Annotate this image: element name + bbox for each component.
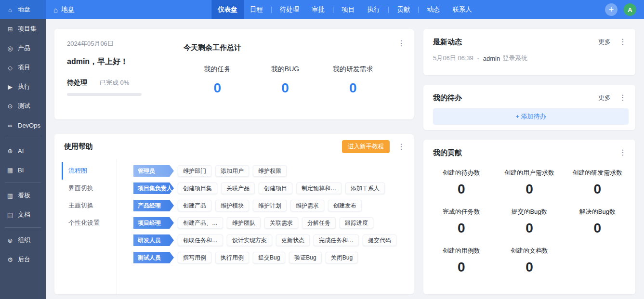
flow-step: 关联需求	[264, 217, 298, 229]
tab-calendar[interactable]: 日程	[244, 0, 269, 19]
flow-step: 跟踪进度	[340, 217, 373, 229]
tab-dynamic[interactable]: 动态	[421, 0, 446, 19]
product-icon: ◎	[6, 45, 14, 52]
flow-step: 关闭Bug	[326, 252, 358, 263]
avatar[interactable]: A	[624, 3, 636, 16]
stat-label: 创建的研发需求数	[564, 169, 631, 177]
contrib-stat-tasks-done: 完成的任务数 0	[427, 203, 495, 242]
left-column: ⋮ 2024年05月06日 admin，早上好！ 待处理 已完成 0%	[54, 29, 414, 294]
contrib-stat-user-stories: 创建的用户需求数 0	[495, 164, 563, 203]
flow-row-product-manager: 产品经理 创建产品 维护模块 维护计划 维护需求 创建发布	[133, 200, 409, 211]
execution-icon: ▶	[6, 83, 14, 91]
help-tab-personalize[interactable]: 个性化设置	[62, 214, 117, 232]
sidebar-item-ai[interactable]: ⊕ AI	[0, 141, 46, 160]
stat-value: 0	[564, 182, 631, 197]
kebab-menu-icon[interactable]: ⋮	[395, 39, 407, 48]
stat-my-stories: 我的研发需求 0	[319, 65, 387, 96]
flow-row-project-manager: 项目经理 创建产品、执行 维护团队 关联需求 分解任务 跟踪进度	[133, 217, 409, 229]
contribution-card: 我的贡献 ⋮ 创建的待办数 0 创建的用户需求数 0 创建的研	[423, 140, 635, 294]
org-icon: ⊚	[6, 237, 14, 244]
tab-pending[interactable]: 待处理	[274, 0, 306, 19]
sidebar-item-label: 文档	[18, 210, 30, 219]
greeting-card: ⋮ 2024年05月06日 admin，早上好！ 待处理 已完成 0%	[54, 29, 414, 119]
sidebar-item-label: 组织	[18, 236, 30, 245]
sidebar-item-project[interactable]: ◇ 项目	[0, 58, 46, 77]
tab-approval[interactable]: 审批	[305, 0, 331, 19]
tab-contacts[interactable]: 联系人	[446, 0, 478, 19]
sidebar-item-doc[interactable]: ▤ 文档	[0, 205, 46, 224]
sidebar-item-dashboard[interactable]: ⌂ 地盘	[0, 0, 46, 19]
help-tab-theme-switch[interactable]: 主题切换	[62, 197, 117, 214]
latest-news-card: 最新动态 更多 ⋮ 5月06日 06:39 • admin 登录系统	[423, 29, 635, 75]
contribution-grid: 创建的待办数 0 创建的用户需求数 0 创建的研发需求数 0 完成的任务数	[423, 163, 635, 285]
kebab-menu-icon[interactable]: ⋮	[395, 142, 407, 152]
news-action: 登录系统	[502, 54, 527, 63]
sidebar-item-execution[interactable]: ▶ 执行	[0, 77, 46, 96]
sidebar-item-test[interactable]: ⊙ 测试	[0, 96, 46, 116]
help-tab-flowchart[interactable]: 流程图	[62, 162, 117, 180]
flow-row-admin: 管理员 维护部门 添加用户 维护权限	[133, 165, 409, 177]
tutorial-button[interactable]: 进入新手教程	[342, 140, 390, 153]
stat-label: 解决的Bug数	[564, 208, 631, 216]
flow-step: 创建项目	[259, 182, 292, 194]
flow-step: 维护需求	[290, 200, 324, 211]
tab-dashboard[interactable]: 仪表盘	[211, 0, 244, 19]
summary-stats: 我的任务 0 我的BUG 0 我的研发需求 0	[184, 65, 387, 96]
test-icon: ⊙	[6, 103, 14, 110]
help-tab-ui-switch[interactable]: 界面切换	[62, 180, 117, 197]
gear-icon: ⚙	[6, 256, 14, 263]
kebab-menu-icon[interactable]: ⋮	[617, 93, 629, 103]
sidebar-item-label: DevOps	[18, 122, 40, 129]
sidebar-item-program[interactable]: ⊞ 项目集	[0, 19, 46, 39]
more-link[interactable]: 更多	[598, 38, 611, 46]
role-banner: 研发人员	[133, 234, 174, 246]
app-window: ⌂ 地盘 ⊞ 项目集 ◎ 产品 ◇ 项目 ▶ 执行 ⊙ 测试 ∞ DevOps …	[0, 0, 644, 299]
flow-step: 添加用户	[215, 165, 249, 177]
add-todo-button[interactable]: + 添加待办	[433, 108, 629, 125]
stat-value[interactable]: 0	[319, 80, 387, 96]
sidebar-item-product[interactable]: ◎ 产品	[0, 39, 46, 58]
plus-icon: +	[609, 5, 614, 15]
tab-divider	[418, 7, 419, 13]
stat-label: 创建的待办数	[427, 169, 495, 177]
flow-step: 创建项目集	[178, 182, 217, 194]
flow-step: 领取任务和Bug	[178, 234, 223, 246]
flow-step: 维护计划	[253, 200, 287, 211]
tab-project[interactable]: 项目	[335, 0, 361, 19]
tab-execution[interactable]: 执行	[361, 0, 386, 19]
navbar-title-label: 地盘	[61, 5, 75, 14]
flow-step: 执行用例	[215, 252, 249, 263]
panel-header: 我的贡献 ⋮	[423, 140, 635, 163]
home-icon: ⌂	[53, 6, 58, 14]
greeting-text: admin，早上好！	[67, 57, 163, 67]
sidebar-item-org[interactable]: ⊚ 组织	[0, 231, 46, 250]
summary-title: 今天剩余工作总计	[184, 43, 387, 52]
sidebar-item-label: BI	[18, 167, 24, 174]
kebab-menu-icon[interactable]: ⋮	[617, 37, 629, 47]
news-user[interactable]: admin	[483, 55, 500, 62]
sidebar-item-admin[interactable]: ⚙ 后台	[0, 250, 46, 269]
more-link[interactable]: 更多	[598, 93, 611, 102]
stat-value[interactable]: 0	[251, 80, 319, 96]
flow-step: 创建产品	[178, 200, 211, 211]
navbar-app-title[interactable]: ⌂ 地盘	[53, 5, 75, 14]
flow-row-program-owner: 项目集负责人 创建项目集 关联产品 创建项目 制定预算和规划 添加干系人	[133, 182, 409, 194]
flow-diagram: 管理员 维护部门 添加用户 维护权限 项目集负责人 创建项目集 关联产品 创建项…	[117, 159, 414, 294]
stat-value[interactable]: 0	[184, 80, 251, 96]
sidebar-item-devops[interactable]: ∞ DevOps	[0, 116, 46, 135]
role-banner: 测试人员	[133, 252, 174, 263]
flow-step: 提交代码	[363, 234, 396, 246]
flow-row-tester: 测试人员 撰写用例 执行用例 提交Bug 验证Bug 关闭Bug	[133, 252, 409, 263]
sidebar-item-bi[interactable]: ▦ BI	[0, 160, 46, 180]
help-body: 流程图 界面切换 主题切换 个性化设置 管理员 维护部门 添加用户 维护权限	[54, 159, 414, 294]
create-button[interactable]: +	[605, 3, 618, 16]
kebab-menu-icon[interactable]: ⋮	[617, 148, 629, 157]
dot-icon: •	[477, 55, 479, 61]
ai-icon: ⊕	[6, 147, 14, 155]
sidebar-item-kanban[interactable]: ▥ 看板	[0, 186, 46, 205]
panel-title: 最新动态	[433, 38, 592, 47]
stat-label: 完成的任务数	[427, 208, 495, 216]
doc-icon: ▤	[6, 211, 14, 219]
tab-contribution[interactable]: 贡献	[391, 0, 416, 19]
flow-step: 维护权限	[253, 165, 287, 177]
